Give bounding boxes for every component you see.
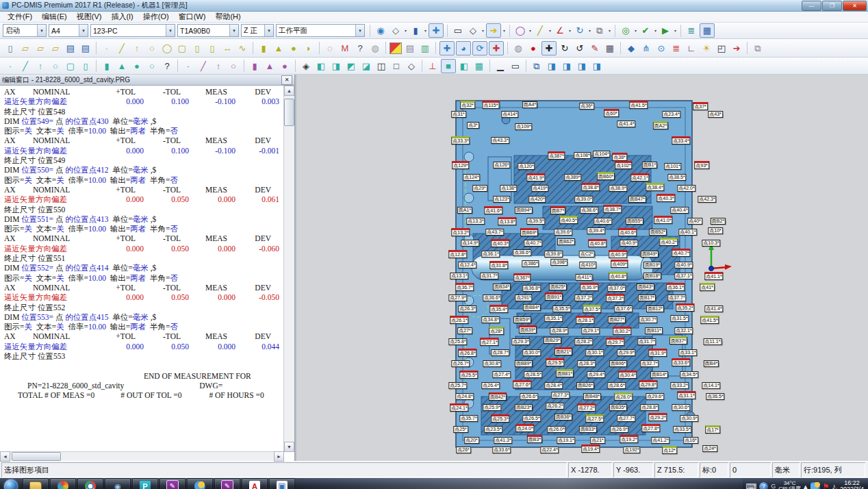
- cad-label[interactable]: 点33.6*: [672, 358, 690, 366]
- report-view-2-icon[interactable]: ◨: [560, 60, 574, 73]
- view-bottom-icon[interactable]: □: [390, 60, 403, 73]
- cad-label[interactable]: 点109*: [515, 123, 532, 130]
- menu-file[interactable]: 文件(F): [3, 12, 37, 22]
- cad-label[interactable]: 点36.8*: [522, 285, 541, 292]
- cad-label[interactable]: 点24.1*: [450, 403, 468, 412]
- chevron-down-icon[interactable]: ▾: [37, 25, 46, 36]
- window-layout-icon[interactable]: ▦: [700, 23, 715, 38]
- cad-label[interactable]: 点40.7*: [672, 249, 690, 257]
- cad-label[interactable]: 点22.4*: [540, 447, 559, 453]
- scan-help-icon[interactable]: ?: [353, 42, 367, 55]
- cad-label[interactable]: 点27.8*: [641, 424, 660, 432]
- translate-cross-icon[interactable]: ✚: [541, 41, 557, 55]
- cad-label[interactable]: 点409*: [611, 260, 628, 268]
- cad-label[interactable]: 点27.6*: [513, 380, 531, 388]
- cad-label[interactable]: 点35.2*: [676, 303, 694, 312]
- cad-label[interactable]: 圆B34*: [493, 284, 511, 290]
- cad-label[interactable]: 点33.2*: [670, 382, 689, 389]
- cad-label[interactable]: 点115*: [483, 101, 500, 109]
- pan-view-icon[interactable]: ✚: [439, 41, 455, 55]
- cad-label[interactable]: 点31.9*: [648, 349, 667, 357]
- cad-label[interactable]: 圆B37*: [669, 336, 687, 344]
- editor-line[interactable]: AXNOMINAL+TOL-TOLMEASDEV: [4, 136, 284, 145]
- probe-mode-icon[interactable]: ◉: [374, 24, 387, 37]
- cad-label[interactable]: 点13.2*: [451, 228, 470, 236]
- cad-label[interactable]: 点C2*: [579, 251, 595, 258]
- qualify-icon[interactable]: ◎: [619, 24, 633, 37]
- cad-label[interactable]: 点27.2*: [577, 403, 596, 412]
- scan-patch-icon[interactable]: M: [338, 42, 352, 55]
- edit-window-titlebar[interactable]: 编辑窗口 - 21-8228_6000_std_cavity.PRG ✕: [0, 75, 294, 86]
- report-view-3-icon[interactable]: ◨: [575, 60, 589, 73]
- meas-cylinder-icon[interactable]: ▮: [100, 60, 114, 73]
- feature-circle-icon[interactable]: ○: [145, 42, 159, 55]
- cad-label[interactable]: 圆B60*: [597, 172, 615, 180]
- cad-label[interactable]: 点30.2*: [613, 327, 631, 335]
- cad-label[interactable]: 圆B17*: [638, 294, 656, 301]
- cad-label[interactable]: 点26.1*: [450, 316, 468, 324]
- chevron-down-icon[interactable]: ▾: [166, 25, 175, 36]
- cad-label[interactable]: 点38.5*: [667, 174, 686, 181]
- cad-label[interactable]: 点36*: [579, 103, 594, 110]
- cad-label[interactable]: 点30.1*: [585, 349, 604, 356]
- gage-icon[interactable]: ⧉: [751, 42, 765, 55]
- cad-label[interactable]: 点41.2*: [651, 437, 669, 444]
- cad-label[interactable]: 点398*: [550, 259, 567, 266]
- cad-label[interactable]: 点29.3*: [511, 338, 530, 345]
- view-octa-icon[interactable]: ◇: [405, 60, 418, 73]
- cad-label[interactable]: 点26.3*: [458, 305, 476, 312]
- cad-label[interactable]: 点26.4*: [481, 382, 500, 389]
- editor-line[interactable]: AXNOMINAL+TOL-TOLMEASDEV: [4, 234, 284, 243]
- cad-label[interactable]: 圆B27*: [608, 316, 626, 323]
- cad-label[interactable]: 点124*: [463, 174, 480, 181]
- mark-check-icon[interactable]: ✔: [639, 24, 652, 37]
- tray-gmark-icon[interactable]: G: [771, 483, 776, 489]
- taskbar-browser-360[interactable]: [50, 478, 76, 489]
- cad-label[interactable]: 点26.6*: [520, 393, 538, 400]
- cad-label[interactable]: 点29.6*: [646, 393, 664, 400]
- wireframe-cube-icon[interactable]: ◇: [466, 24, 480, 37]
- con-sphere-icon[interactable]: ●: [278, 60, 292, 73]
- meas-sphere-icon[interactable]: ●: [130, 60, 144, 73]
- editor-line[interactable]: DIM 位置553= 点 的位置点415 单位=毫米 ,$: [4, 312, 284, 322]
- editor-line[interactable]: PN=21-8228_6000_std_cavityDWG=: [4, 381, 284, 390]
- editor-line[interactable]: AXNOMINAL+TOL-TOLMEASDEV: [4, 283, 284, 292]
- save-layout-icon[interactable]: ⧉: [530, 60, 544, 73]
- probe-touch-icon[interactable]: ⊥: [426, 60, 439, 73]
- taskbar-pcdmis-app[interactable]: P: [132, 478, 158, 489]
- cad-label[interactable]: 圆B21*: [554, 347, 572, 355]
- cad-label[interactable]: 点33.5*: [673, 426, 691, 433]
- cad-label[interactable]: 圆B91*: [545, 292, 563, 301]
- tray-clock[interactable]: 16:222022/3/4: [839, 480, 864, 489]
- cad-label[interactable]: 点41.3*: [494, 437, 512, 444]
- feature-tree-icon[interactable]: ⋔: [639, 42, 653, 55]
- taskbar-chrome-browser[interactable]: [77, 478, 103, 489]
- feature-plane-icon[interactable]: ↑: [130, 42, 144, 55]
- cad-label[interactable]: 圆B7*: [550, 206, 565, 214]
- chevron-down-icon[interactable]: ▾: [79, 25, 88, 36]
- cad-label[interactable]: 点29.4*: [587, 371, 605, 378]
- feature-square-slot-icon[interactable]: ▯: [190, 42, 204, 55]
- con-point-icon[interactable]: ∙: [181, 60, 195, 73]
- cad-label[interactable]: 圆B62*: [557, 238, 575, 245]
- rotate-view-icon[interactable]: ◕: [456, 41, 471, 55]
- cad-label[interactable]: 点27.5*: [585, 414, 604, 423]
- move-path-dropdown-icon[interactable]: ▾: [587, 28, 592, 33]
- report-file-icon[interactable]: ▥: [418, 42, 432, 55]
- cad-label[interactable]: 点36.1*: [666, 283, 685, 291]
- cpu-temp-indicator[interactable]: 34°CCPU温度: [778, 481, 801, 489]
- cad-label[interactable]: 点43.7*: [485, 229, 504, 236]
- edit-window-close-icon[interactable]: ✕: [281, 75, 292, 85]
- meas-line-icon[interactable]: ╱: [18, 60, 32, 73]
- editor-content[interactable]: AXNOMINAL+TOL-TOLMEASDEV逼近矢量方向偏差0.0000.1…: [0, 86, 284, 452]
- cad-label[interactable]: 圆B55*: [626, 218, 643, 225]
- feature-round-slot-icon[interactable]: ▢: [175, 42, 189, 55]
- qualify-dropdown-icon[interactable]: ▾: [633, 28, 638, 33]
- rotate-3d-icon[interactable]: ↺: [573, 42, 587, 55]
- menu-operation[interactable]: 操作(O): [138, 12, 174, 22]
- cad-label[interactable]: 点28.1*: [576, 316, 594, 324]
- view-front-icon[interactable]: ◧: [314, 60, 328, 73]
- editor-hscrollbar[interactable]: ◄ ►: [0, 451, 284, 461]
- feature-cylinder-icon[interactable]: ▮: [257, 42, 270, 55]
- rotate-2d-icon[interactable]: ↻: [558, 42, 572, 55]
